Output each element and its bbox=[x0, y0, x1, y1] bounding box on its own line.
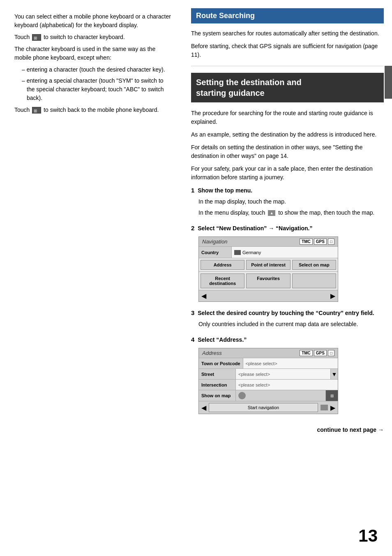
intersection-label: Intersection bbox=[199, 380, 236, 390]
nav-btn-row2: Recent destinations Favourites bbox=[199, 272, 338, 290]
bullet-item-1: entering a character (touch the desired … bbox=[22, 65, 173, 74]
intersection-value: <please select> bbox=[236, 380, 338, 390]
step2-title: 2 Select “New Destination” → “Navigation… bbox=[191, 224, 384, 233]
touch1-label: Touch bbox=[14, 34, 30, 40]
nav-arrows-row: ◀ ▶ bbox=[199, 290, 338, 301]
map-icon-inline: ▲ bbox=[268, 210, 275, 216]
map-zoom-icon[interactable]: ⊞ bbox=[325, 390, 338, 401]
street-value: <please select> bbox=[236, 369, 330, 379]
addr-badges: TMC GPS □ bbox=[300, 350, 334, 356]
empty-btn bbox=[292, 273, 336, 288]
poi-btn[interactable]: Point of interest bbox=[246, 260, 290, 270]
addr-gps-badge: GPS bbox=[314, 350, 327, 356]
country-value: Germany bbox=[232, 247, 338, 258]
step-1: 1 Show the top menu. In the map display,… bbox=[191, 186, 384, 217]
continue-next: continue to next page → bbox=[191, 426, 384, 433]
step-2: 2 Select “New Destination” → “Navigation… bbox=[191, 224, 384, 302]
addr-nav-row: ◀ Start navigation ▶ bbox=[199, 401, 338, 414]
page-container: You can select either a mobile phone key… bbox=[0, 0, 392, 556]
nav-btn-row1: Address Point of interest Select on map bbox=[199, 258, 338, 272]
setting-destination-header: Setting the destination and starting gui… bbox=[191, 73, 384, 102]
char-keyboard-icon bbox=[32, 34, 41, 41]
gps-badge: GPS bbox=[314, 239, 327, 245]
town-row: Town or Postcode <please select> bbox=[199, 358, 338, 369]
street-label: Street bbox=[199, 369, 236, 379]
show-on-map-row: Show on map ⊞ bbox=[199, 390, 338, 401]
nav-title: Navigation bbox=[202, 239, 227, 245]
step1-body2: In the menu display, touch ▲ to show the… bbox=[191, 208, 384, 217]
bullet-item-2: entering a special character (touch "SYM… bbox=[22, 76, 173, 102]
recent-destinations-btn[interactable]: Recent destinations bbox=[201, 273, 244, 288]
address-ui-mockup: Address TMC GPS □ Town or Postcode <plea… bbox=[198, 348, 338, 414]
page-number: 13 bbox=[358, 526, 378, 546]
addr-title: Address bbox=[202, 350, 222, 356]
country-row: Country Germany bbox=[199, 247, 338, 258]
touch2-suffix: to switch back to the mobile phone keybo… bbox=[44, 107, 159, 113]
tmc-badge: TMC bbox=[300, 239, 313, 245]
start-nav-icon bbox=[321, 405, 328, 410]
back-arrow[interactable]: ◀ bbox=[201, 292, 206, 300]
address-btn[interactable]: Address bbox=[201, 260, 244, 270]
step3-body: Only countries included in the current m… bbox=[191, 320, 384, 329]
sidebar-tab bbox=[385, 66, 392, 99]
mobile-keyboard-icon bbox=[32, 107, 41, 114]
addr-back-arrow[interactable]: ◀ bbox=[201, 404, 206, 412]
route-para1: The system searches for routes automatic… bbox=[191, 29, 384, 38]
select-on-map-btn[interactable]: Select on map bbox=[292, 260, 336, 270]
street-row: Street <please select> ▼ bbox=[199, 369, 338, 380]
left-column: You can select either a mobile phone key… bbox=[0, 0, 185, 556]
addr-ui-header: Address TMC GPS □ bbox=[199, 348, 338, 358]
intro-para: You can select either a mobile phone key… bbox=[14, 12, 173, 30]
step-3: 3 Select the desired country by touching… bbox=[191, 308, 384, 329]
addr-tmc-badge: TMC bbox=[300, 350, 313, 356]
touch2-label: Touch bbox=[14, 107, 30, 113]
step-4: 4 Select “Address.” Address TMC GPS □ To… bbox=[191, 335, 384, 415]
intersection-row: Intersection <please select> bbox=[199, 380, 338, 390]
street-scroll[interactable]: ▼ bbox=[330, 369, 338, 379]
touch2-para: Touch to switch back to the mobile phone… bbox=[14, 106, 173, 114]
map-pin-icon bbox=[238, 392, 246, 399]
setting-para3: For details on setting the destination i… bbox=[191, 143, 384, 160]
bullet-list: entering a character (touch the desired … bbox=[22, 65, 173, 102]
step4-title: 4 Select “Address.” bbox=[191, 335, 384, 344]
step3-title: 3 Select the desired country by touching… bbox=[191, 308, 384, 317]
country-label: Country bbox=[199, 247, 232, 258]
right-column: Route Searching The system searches for … bbox=[185, 0, 392, 556]
touch1-para: Touch to switch to character keyboard. bbox=[14, 33, 173, 42]
addr-forward-arrow[interactable]: ▶ bbox=[330, 404, 335, 412]
favourites-btn[interactable]: Favourites bbox=[246, 273, 290, 288]
addr-battery-badge: □ bbox=[328, 350, 334, 356]
battery-badge: □ bbox=[328, 239, 334, 245]
step1-title: 1 Show the top menu. bbox=[191, 186, 384, 195]
show-on-map-label[interactable]: Show on map bbox=[199, 390, 236, 401]
touch1-suffix: to switch to character keyboard. bbox=[44, 34, 125, 40]
step1-body1: In the map display, touch the map. bbox=[191, 197, 384, 206]
country-flag-icon bbox=[234, 250, 241, 255]
setting-para1: The procedure for searching for the rout… bbox=[191, 109, 384, 126]
route-para2: Before starting, check that GPS signals … bbox=[191, 42, 384, 59]
navigation-ui-mockup: Navigation TMC GPS □ Country Germany Ad bbox=[198, 236, 338, 302]
town-label: Town or Postcode bbox=[199, 358, 243, 368]
divider bbox=[191, 66, 384, 66]
town-value: <please select> bbox=[243, 358, 338, 368]
setting-para2: As an example, setting the destination b… bbox=[191, 130, 384, 139]
nav-badges: TMC GPS □ bbox=[300, 239, 334, 245]
char-keyboard-para: The character keyboard is used in the sa… bbox=[14, 45, 173, 62]
nav-ui-header: Navigation TMC GPS □ bbox=[199, 237, 338, 247]
start-navigation-btn[interactable]: Start navigation bbox=[209, 403, 318, 412]
forward-arrow[interactable]: ▶ bbox=[330, 292, 335, 300]
route-searching-header: Route Searching bbox=[191, 8, 384, 23]
setting-para4: For your safety, park your car in a safe… bbox=[191, 164, 384, 182]
